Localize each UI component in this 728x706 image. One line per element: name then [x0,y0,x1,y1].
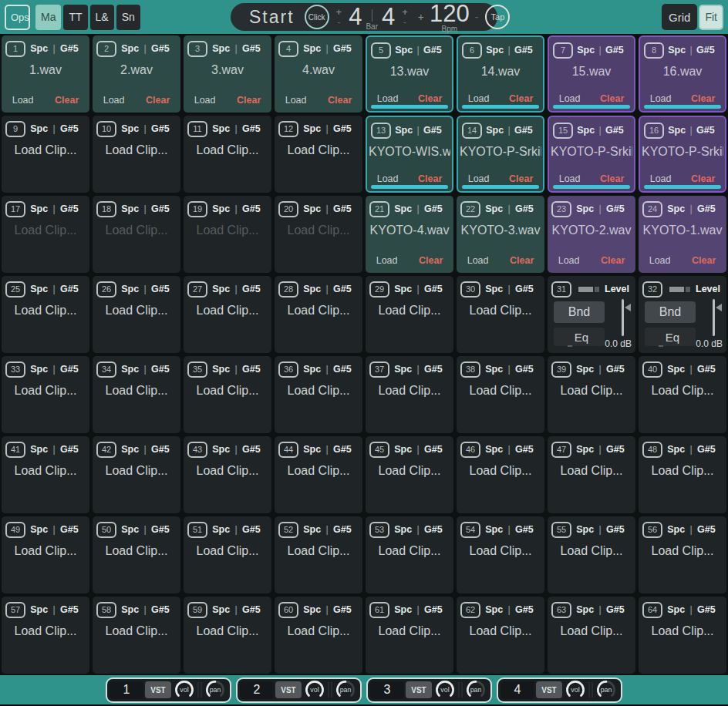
pad-51[interactable]: 51Spc|G#5Load Clip... [184,516,271,593]
pad-note-button[interactable]: G#5 [606,604,625,615]
pad-note-button[interactable]: G#5 [697,524,716,535]
pad-key-mode-button[interactable]: Spc [394,604,412,615]
pad-key-mode-button[interactable]: Spc [212,604,230,615]
clear-button[interactable]: Clear [55,95,79,106]
pad-32[interactable]: 32LevelBndEq0.0 dB [639,276,726,353]
pad-3[interactable]: 3Spc|G#53.wavLoadClear [184,35,271,113]
load-button[interactable]: Load [650,173,672,184]
pad-45[interactable]: 45Spc|G#5Load Clip... [366,436,453,513]
pad-note-button[interactable]: G#5 [151,364,170,375]
pad-5[interactable]: 5Spc|G#513.wavLoadClear [366,35,453,113]
pad-46[interactable]: 46Spc|G#5Load Clip... [457,436,544,513]
pad-note-button[interactable]: G#5 [242,284,261,294]
pad-note-button[interactable]: G#5 [515,444,534,455]
pad-key-mode-button[interactable]: Spc [303,284,321,294]
pad-key-mode-button[interactable]: Spc [486,125,504,136]
pad-43[interactable]: 43Spc|G#5Load Clip... [184,436,271,513]
clear-button[interactable]: Clear [418,173,442,184]
pad-59[interactable]: 59Spc|G#5Load Clip... [184,597,271,674]
load-button[interactable]: Load [377,173,399,184]
volume-slider[interactable] [622,299,624,336]
pad-key-mode-button[interactable]: Spc [576,604,594,615]
pad-note-button[interactable]: G#5 [606,524,625,535]
pad-64[interactable]: 64Spc|G#5Load Clip... [639,597,726,674]
level-slider[interactable] [578,287,599,292]
pad-note-button[interactable]: G#5 [242,364,261,375]
pad-key-mode-button[interactable]: Spc [303,123,321,134]
pad-16[interactable]: 16Spc|G#5KYOTO-P-Srkill..LoadClear [639,116,726,193]
pad-key-mode-button[interactable]: Spc [303,203,321,214]
pad-key-mode-button[interactable]: Spc [121,123,139,134]
pad-12[interactable]: 12Spc|G#5Load Clip... [275,116,362,193]
pad-key-mode-button[interactable]: Spc [30,524,48,535]
pad-61[interactable]: 61Spc|G#5Load Clip... [366,597,453,674]
pad-key-mode-button[interactable]: Spc [121,284,139,294]
vst-button[interactable]: VST [536,681,562,698]
pad-1[interactable]: 1Spc|G#51.wavLoadClear [2,35,89,113]
pad-note-button[interactable]: G#5 [242,444,261,455]
pad-key-mode-button[interactable]: Spc [667,203,685,214]
clear-button[interactable]: Clear [691,93,715,104]
pad-note-button[interactable]: G#5 [60,284,79,294]
pad-49[interactable]: 49Spc|G#5Load Clip... [2,516,89,593]
clear-button[interactable]: Clear [600,93,624,104]
pad-note-button[interactable]: G#5 [60,604,79,615]
vst-button[interactable]: VST [275,681,302,698]
volume-slider-thumb[interactable] [716,304,722,311]
pad-key-mode-button[interactable]: Spc [303,524,321,535]
pad-21[interactable]: 21Spc|G#5KYOTO-4.wavLoadClear [366,196,453,273]
pad-key-mode-button[interactable]: Spc [394,203,412,214]
pad-37[interactable]: 37Spc|G#5Load Clip... [366,356,453,433]
pad-26[interactable]: 26Spc|G#5Load Clip... [93,276,180,353]
beat-unit-decrement-button[interactable]: - [403,19,406,25]
pad-key-mode-button[interactable]: Spc [121,524,139,535]
pad-note-button[interactable]: G#5 [333,123,352,134]
pad-key-mode-button[interactable]: Spc [395,125,413,136]
pad-key-mode-button[interactable]: Spc [121,43,139,54]
pad-27[interactable]: 27Spc|G#5Load Clip... [184,276,271,353]
pad-key-mode-button[interactable]: Spc [667,364,685,375]
pad-key-mode-button[interactable]: Spc [30,203,48,214]
beat-unit-increment-button[interactable]: + [402,9,408,15]
pad-note-button[interactable]: G#5 [333,364,352,375]
clear-button[interactable]: Clear [510,255,534,266]
pad-60[interactable]: 60Spc|G#5Load Clip... [275,597,362,674]
pad-key-mode-button[interactable]: Spc [577,45,595,55]
pad-note-button[interactable]: G#5 [515,364,534,375]
bpm-increment-button[interactable]: + [418,11,424,23]
pad-note-button[interactable]: G#5 [424,203,443,214]
pad-note-button[interactable]: G#5 [696,125,715,136]
pad-10[interactable]: 10Spc|G#5Load Clip... [93,116,180,193]
pad-50[interactable]: 50Spc|G#5Load Clip... [93,516,180,593]
pad-note-button[interactable]: G#5 [242,123,261,134]
pad-7[interactable]: 7Spc|G#515.wavLoadClear [548,35,635,113]
load-button[interactable]: Load [285,95,307,106]
vst-button[interactable]: VST [406,681,432,698]
load-button[interactable]: Load [12,95,34,106]
pad-52[interactable]: 52Spc|G#5Load Clip... [275,516,362,593]
pad-key-mode-button[interactable]: Spc [212,123,230,134]
pad-56[interactable]: 56Spc|G#5Load Clip... [639,516,726,593]
clear-button[interactable]: Clear [509,93,533,104]
pad-62[interactable]: 62Spc|G#5Load Clip... [457,597,544,674]
eq-button[interactable]: Eq [554,328,605,346]
pad-key-mode-button[interactable]: Spc [121,364,139,375]
fit-view-button[interactable]: Fit [699,5,723,30]
pad-key-mode-button[interactable]: Spc [576,524,594,535]
pad-note-button[interactable]: G#5 [151,43,170,54]
pad-key-mode-button[interactable]: Spc [668,125,686,136]
pad-note-button[interactable]: G#5 [333,444,352,455]
pad-note-button[interactable]: G#5 [515,604,534,615]
pad-note-button[interactable]: G#5 [697,203,716,214]
pad-note-button[interactable]: G#5 [697,604,716,615]
pad-note-button[interactable]: G#5 [151,203,170,214]
level-slider[interactable] [669,287,690,292]
pad-note-button[interactable]: G#5 [151,524,170,535]
pad-note-button[interactable]: G#5 [424,364,443,375]
pad-key-mode-button[interactable]: Spc [212,43,230,54]
pad-key-mode-button[interactable]: Spc [485,444,503,455]
pad-key-mode-button[interactable]: Spc [30,43,48,54]
pad-note-button[interactable]: G#5 [697,364,716,375]
load-button[interactable]: Load [468,93,490,104]
pad-key-mode-button[interactable]: Spc [303,604,321,615]
